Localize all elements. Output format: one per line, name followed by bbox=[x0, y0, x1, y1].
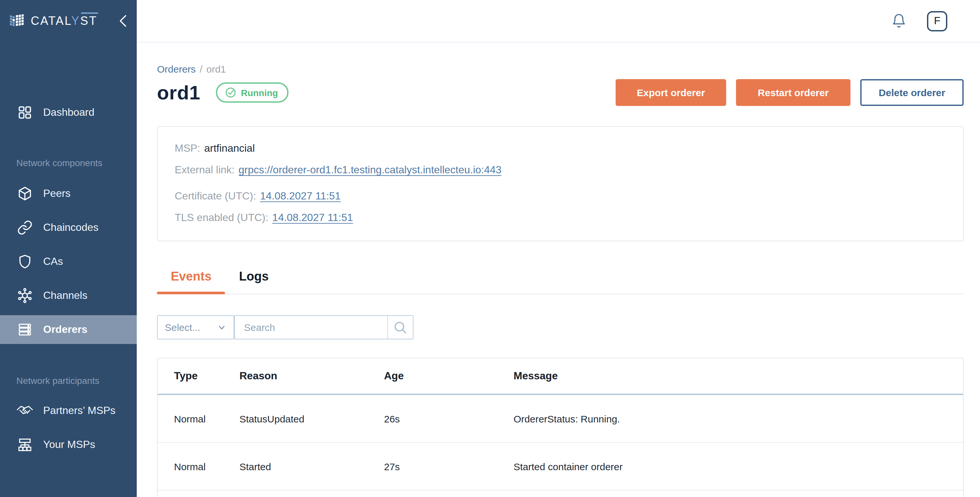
sidebar-item-peers[interactable]: Peers bbox=[0, 179, 137, 208]
search-box bbox=[234, 315, 414, 340]
sidebar-item-orderers[interactable]: Orderers bbox=[0, 315, 137, 344]
chain-link-icon bbox=[16, 219, 33, 236]
chevron-left-icon bbox=[118, 14, 127, 27]
breadcrumb-current: ord1 bbox=[207, 64, 226, 75]
sidebar-section-network-participants: Network participants bbox=[16, 375, 99, 386]
search-button[interactable] bbox=[387, 316, 413, 339]
sidebar-item-label: Peers bbox=[43, 188, 71, 200]
certificate-date-link[interactable]: 14.08.2027 11:51 bbox=[260, 190, 341, 202]
content: Orderers / ord1 ord1 Running Export orde… bbox=[137, 43, 980, 497]
sidebar-item-channels[interactable]: Channels bbox=[0, 281, 137, 310]
search-icon bbox=[393, 320, 407, 335]
msp-row: MSP:artfinancial bbox=[175, 143, 946, 154]
status-badge: Running bbox=[216, 83, 288, 103]
user-avatar[interactable]: F bbox=[927, 11, 947, 31]
logo-row: CATALYST bbox=[0, 0, 137, 43]
status-label: Running bbox=[241, 87, 278, 98]
sidebar: CATALYST Dashboard Network components Pe… bbox=[0, 0, 137, 497]
tabs: Events Logs bbox=[157, 270, 964, 294]
sidebar-item-label: Partners’ MSPs bbox=[43, 405, 116, 416]
sidebar-item-label: Your MSPs bbox=[43, 439, 95, 451]
column-header-reason: Reason bbox=[239, 370, 384, 382]
delete-orderer-button[interactable]: Delete orderer bbox=[860, 79, 964, 106]
sidebar-item-label: Chaincodes bbox=[43, 222, 99, 233]
filter-row: Select... bbox=[157, 315, 964, 340]
avatar-initial: F bbox=[934, 15, 940, 27]
cell-message: Started container orderer bbox=[514, 461, 963, 472]
sidebar-item-dashboard[interactable]: Dashboard bbox=[0, 98, 137, 127]
msp-value: artfinancial bbox=[204, 143, 255, 154]
app-root: CATALYST Dashboard Network components Pe… bbox=[0, 0, 980, 497]
sidebar-item-chaincodes[interactable]: Chaincodes bbox=[0, 213, 137, 242]
tab-logs[interactable]: Logs bbox=[225, 270, 283, 294]
server-stack-icon bbox=[16, 321, 33, 338]
sidebar-section-network-components: Network components bbox=[16, 157, 102, 168]
chevron-down-icon bbox=[217, 323, 226, 332]
notifications-button[interactable] bbox=[891, 13, 907, 29]
bell-icon bbox=[891, 13, 907, 29]
sidebar-item-partners-msps[interactable]: Partners’ MSPs bbox=[0, 396, 137, 425]
select-placeholder: Select... bbox=[165, 322, 200, 333]
sidebar-item-label: Channels bbox=[43, 290, 88, 302]
events-table: Type Reason Age Message Normal StatusUpd… bbox=[157, 358, 964, 497]
cell-type: Normal bbox=[174, 413, 239, 424]
table-row: Normal Started 27s Started container ord… bbox=[158, 443, 963, 491]
msp-label: MSP: bbox=[175, 143, 200, 154]
breadcrumb: Orderers / ord1 bbox=[157, 64, 964, 75]
hierarchy-icon bbox=[16, 436, 33, 453]
sidebar-item-your-msps[interactable]: Your MSPs bbox=[0, 430, 137, 459]
event-type-select[interactable]: Select... bbox=[157, 315, 234, 340]
dashboard-icon bbox=[16, 104, 33, 121]
certificate-label: Certificate (UTC): bbox=[175, 190, 256, 202]
sidebar-item-label: Orderers bbox=[43, 324, 88, 335]
title-row: ord1 Running Export orderer Restart orde… bbox=[157, 79, 964, 106]
tls-label: TLS enabled (UTC): bbox=[175, 212, 268, 223]
check-circle-icon bbox=[225, 87, 236, 98]
breadcrumb-separator: / bbox=[199, 64, 202, 75]
cell-reason: StatusUpdated bbox=[239, 413, 384, 424]
topbar: F bbox=[137, 0, 980, 43]
catalyst-cube-icon bbox=[8, 13, 26, 30]
certificate-row: Certificate (UTC):14.08.2027 11:51 bbox=[175, 190, 946, 202]
table-row: Normal StatusUpdated 26s OrdererStatus: … bbox=[158, 395, 963, 443]
cell-reason: Started bbox=[239, 461, 384, 472]
shield-icon bbox=[16, 253, 33, 270]
sidebar-item-label: CAs bbox=[43, 256, 63, 267]
main-area: F Orderers / ord1 ord1 Running Export or… bbox=[137, 0, 980, 497]
external-link-row: External link:grpcs://orderer-ord1.fc1.t… bbox=[175, 164, 946, 176]
sidebar-collapse-button[interactable] bbox=[118, 14, 128, 27]
cell-age: 27s bbox=[384, 461, 514, 472]
logo-text: CATALYST bbox=[31, 14, 97, 28]
search-input[interactable] bbox=[235, 316, 387, 339]
handshake-icon bbox=[16, 402, 33, 419]
cell-type: Normal bbox=[174, 461, 239, 472]
external-link-label: External link: bbox=[175, 164, 234, 175]
catalyst-logo[interactable]: CATALYST bbox=[8, 13, 97, 30]
column-header-age: Age bbox=[384, 370, 514, 382]
tls-date-link[interactable]: 14.08.2027 11:51 bbox=[272, 212, 353, 223]
sidebar-item-label: Dashboard bbox=[43, 106, 94, 118]
page-title: ord1 bbox=[157, 81, 200, 104]
breadcrumb-orderers-link[interactable]: Orderers bbox=[157, 64, 196, 75]
cube-icon bbox=[16, 185, 33, 202]
table-row bbox=[158, 491, 963, 497]
events-table-header: Type Reason Age Message bbox=[158, 358, 963, 395]
column-header-type: Type bbox=[174, 370, 239, 382]
cell-message: OrdererStatus: Running. bbox=[514, 413, 963, 424]
action-buttons: Export orderer Restart orderer Delete or… bbox=[616, 79, 964, 106]
network-hub-icon bbox=[16, 287, 33, 304]
orderer-info-card: MSP:artfinancial External link:grpcs://o… bbox=[157, 126, 964, 241]
export-orderer-button[interactable]: Export orderer bbox=[616, 79, 726, 106]
column-header-message: Message bbox=[514, 370, 963, 382]
tls-row: TLS enabled (UTC):14.08.2027 11:51 bbox=[175, 212, 946, 224]
restart-orderer-button[interactable]: Restart orderer bbox=[736, 79, 851, 106]
sidebar-item-cas[interactable]: CAs bbox=[0, 247, 137, 276]
external-link[interactable]: grpcs://orderer-ord1.fc1.testing.catalys… bbox=[239, 164, 501, 175]
tab-events[interactable]: Events bbox=[157, 270, 225, 294]
cell-age: 26s bbox=[384, 413, 514, 424]
